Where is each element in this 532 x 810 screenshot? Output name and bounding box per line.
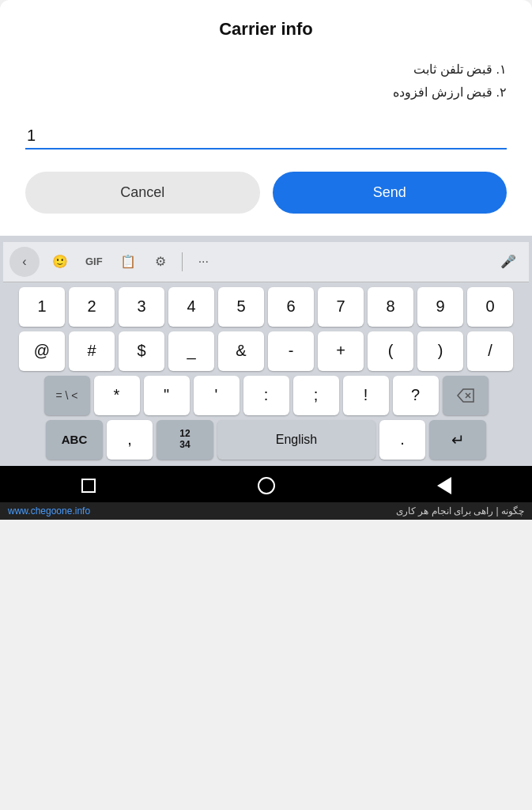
key-special-left[interactable]: = \ < — [44, 376, 90, 415]
keyboard-rows: 1 2 3 4 5 6 7 8 9 0 @ # $ _ & - + ( ) / … — [3, 287, 529, 466]
back-nav-icon — [437, 477, 451, 494]
backspace-icon — [457, 388, 474, 403]
keyboard: ‹ 🙂 GIF 📋 ⚙ ··· 🎤 1 2 3 4 5 6 7 8 — [0, 236, 532, 466]
key-apostrophe[interactable]: ' — [194, 376, 240, 415]
key-minus[interactable]: - — [268, 331, 314, 371]
send-button[interactable]: Send — [273, 172, 507, 214]
keyboard-back-button[interactable]: ‹ — [9, 247, 40, 277]
key-8[interactable]: 8 — [368, 287, 413, 327]
backspace-key[interactable] — [443, 376, 489, 415]
settings-button[interactable]: ⚙ — [149, 251, 172, 272]
footer-bar: www.chegoone.info چگونه | راهی برای انجا… — [0, 502, 532, 520]
key-dollar[interactable]: $ — [119, 331, 164, 371]
key-2[interactable]: 2 — [69, 287, 115, 327]
key-semicolon[interactable]: ; — [293, 376, 339, 415]
key-abc[interactable]: ABC — [46, 420, 103, 460]
key-9[interactable]: 9 — [417, 287, 463, 327]
dialog-buttons: Cancel Send — [25, 172, 507, 214]
key-lparen[interactable]: ( — [368, 331, 413, 371]
nav-recent-button[interactable] — [81, 479, 96, 493]
home-icon — [258, 477, 275, 494]
keyboard-toolbar: ‹ 🙂 GIF 📋 ⚙ ··· 🎤 — [3, 242, 529, 282]
key-0[interactable]: 0 — [467, 287, 513, 327]
footer-text: چگونه | راهی برای انجام هر کاری — [396, 505, 524, 517]
key-slash[interactable]: / — [467, 331, 513, 371]
key-plus[interactable]: + — [318, 331, 364, 371]
space-key[interactable]: English — [217, 420, 375, 460]
more-icon: ··· — [198, 255, 209, 269]
key-numpad[interactable]: 1234 — [157, 420, 213, 460]
key-asterisk[interactable]: * — [94, 376, 140, 415]
clipboard-button[interactable]: 📋 — [114, 251, 142, 272]
emoji-icon: 🙂 — [52, 254, 68, 269]
nav-home-button[interactable] — [258, 477, 275, 494]
key-5[interactable]: 5 — [218, 287, 264, 327]
gear-icon: ⚙ — [155, 254, 166, 269]
dialog-container: Carrier info ۱. قبض تلفن ثابت ۲. قبض ارز… — [0, 0, 532, 236]
emoji-button[interactable]: 🙂 — [46, 251, 74, 272]
key-rparen[interactable]: ) — [417, 331, 463, 371]
dialog-body: ۱. قبض تلفن ثابت ۲. قبض ارزش افزوده — [25, 59, 507, 104]
key-4[interactable]: 4 — [168, 287, 214, 327]
key-quote[interactable]: " — [144, 376, 190, 415]
key-exclaim[interactable]: ! — [343, 376, 389, 415]
key-row-numbers: 1 2 3 4 5 6 7 8 9 0 — [5, 287, 527, 327]
footer-link[interactable]: www.chegoone.info — [8, 505, 90, 517]
clipboard-icon: 📋 — [120, 254, 136, 269]
enter-key[interactable]: ↵ — [429, 420, 486, 460]
recent-icon — [81, 479, 96, 493]
cancel-button[interactable]: Cancel — [25, 172, 260, 214]
key-at[interactable]: @ — [19, 331, 65, 371]
mic-button[interactable]: 🎤 — [494, 251, 523, 272]
back-icon: ‹ — [22, 255, 26, 269]
gif-button[interactable]: GIF — [81, 252, 108, 271]
bottom-nav-bar — [0, 466, 532, 502]
input-wrapper — [25, 123, 507, 150]
key-ampersand[interactable]: & — [218, 331, 264, 371]
dialog-title: Carrier info — [25, 19, 507, 40]
more-button[interactable]: ··· — [192, 252, 215, 272]
nav-back-button[interactable] — [437, 477, 451, 494]
toolbar-separator — [182, 252, 183, 271]
key-6[interactable]: 6 — [268, 287, 314, 327]
key-underscore[interactable]: _ — [168, 331, 214, 371]
key-hash[interactable]: # — [69, 331, 115, 371]
key-dot[interactable]: . — [379, 420, 425, 460]
key-3[interactable]: 3 — [119, 287, 164, 327]
key-row-symbols1: @ # $ _ & - + ( ) / — [5, 331, 527, 371]
key-7[interactable]: 7 — [318, 287, 364, 327]
key-1[interactable]: 1 — [19, 287, 65, 327]
key-question[interactable]: ? — [393, 376, 439, 415]
key-comma[interactable]: , — [107, 420, 153, 460]
dialog-body-line1: ۱. قبض تلفن ثابت — [25, 59, 507, 81]
carrier-input[interactable] — [25, 123, 507, 150]
key-row-symbols2: = \ < * " ' : ; ! ? — [5, 376, 527, 415]
key-row-bottom: ABC , 1234 English . ↵ — [5, 420, 527, 460]
dialog-body-line2: ۲. قبض ارزش افزوده — [25, 81, 507, 104]
mic-icon: 🎤 — [500, 254, 516, 269]
key-colon[interactable]: : — [243, 376, 289, 415]
